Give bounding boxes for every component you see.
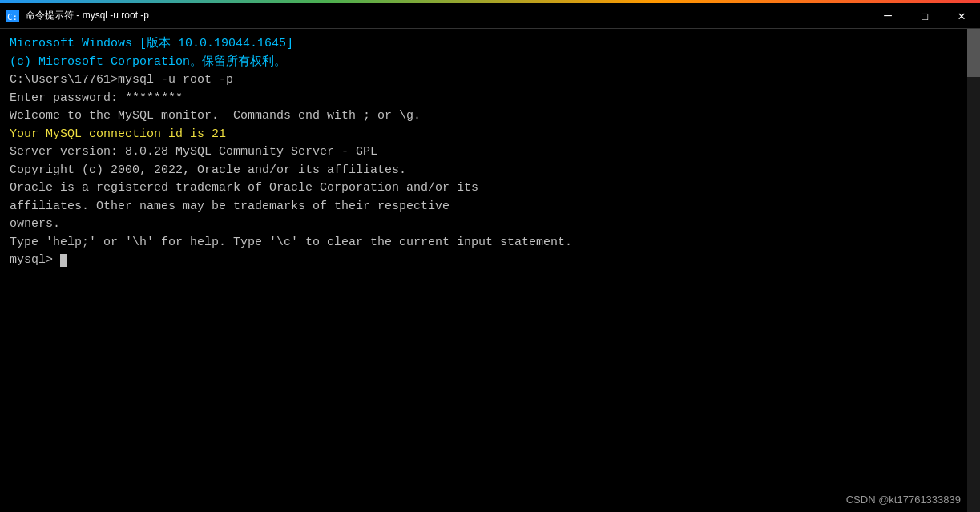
title-bar-left: C: 命令提示符 - mysql -u root -p	[6, 9, 149, 22]
close-button[interactable]: ✕	[943, 3, 980, 29]
title-bar: C: 命令提示符 - mysql -u root -p — ☐ ✕	[0, 3, 980, 29]
terminal-line: mysql>	[10, 252, 970, 270]
minimize-button[interactable]: —	[869, 3, 906, 29]
scrollbar[interactable]	[967, 29, 980, 512]
maximize-button[interactable]: ☐	[906, 3, 943, 29]
terminal-line: Server version: 8.0.28 MySQL Community S…	[10, 143, 970, 162]
terminal-body[interactable]: Microsoft Windows [版本 10.0.19044.1645](c…	[0, 29, 980, 512]
title-bar-controls: — ☐ ✕	[869, 3, 980, 29]
terminal-output: Microsoft Windows [版本 10.0.19044.1645](c…	[10, 35, 970, 270]
terminal-line: Oracle is a registered trademark of Orac…	[10, 179, 970, 198]
terminal-line: Microsoft Windows [版本 10.0.19044.1645]	[10, 35, 970, 54]
svg-text:C:: C:	[7, 12, 18, 22]
cmd-icon: C:	[6, 10, 19, 22]
terminal-line: C:\Users\17761>mysql -u root -p	[10, 71, 970, 90]
scrollbar-thumb[interactable]	[967, 29, 980, 77]
terminal-line: Enter password: ********	[10, 90, 970, 108]
terminal-line: owners.	[10, 216, 970, 234]
terminal-line: (c) Microsoft Corporation。保留所有权利。	[10, 54, 970, 72]
terminal-line: affiliates. Other names may be trademark…	[10, 198, 970, 216]
terminal-window: C: 命令提示符 - mysql -u root -p — ☐ ✕ Micros…	[0, 0, 980, 512]
terminal-line: Welcome to the MySQL monitor. Commands e…	[10, 107, 970, 126]
terminal-line: Type 'help;' or '\h' for help. Type '\c'…	[10, 234, 970, 252]
terminal-line: Your MySQL connection id is 21	[10, 126, 970, 144]
cursor-blink	[60, 254, 67, 267]
window-title: 命令提示符 - mysql -u root -p	[26, 9, 149, 22]
watermark: CSDN @kt17761333839	[846, 492, 961, 508]
terminal-line: Copyright (c) 2000, 2022, Oracle and/or …	[10, 162, 970, 180]
